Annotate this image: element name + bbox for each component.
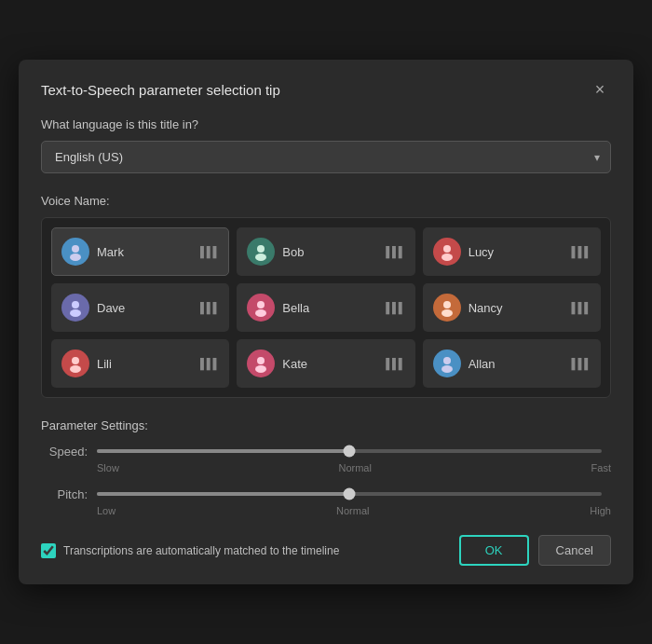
avatar-nancy [433, 294, 461, 322]
checkbox-area: Transcriptions are automatically matched… [41, 543, 339, 558]
avatar-lili [61, 349, 89, 377]
speed-mid-label: Normal [338, 462, 371, 473]
avatar-dave [61, 294, 89, 322]
speed-label: Speed: [41, 445, 88, 459]
voice-card-bob[interactable]: Bob ▌▌▌ [237, 227, 414, 276]
pitch-max-label: High [590, 505, 611, 516]
pitch-slider-fill [97, 492, 349, 496]
dialog-title: Text-to-Speech parameter selection tip [41, 82, 280, 98]
avatar-bob [247, 238, 275, 266]
language-select[interactable]: English (US) English (UK) Spanish French [41, 141, 611, 173]
param-section: Parameter Settings: Speed: Slow Normal F… [41, 418, 611, 516]
svg-point-0 [72, 245, 79, 253]
speed-slider-track[interactable] [97, 449, 602, 453]
voice-card-mark[interactable]: Mark ▌▌▌ [51, 227, 229, 276]
param-section-label: Parameter Settings: [41, 418, 611, 432]
voice-name-nancy: Nancy [469, 301, 564, 315]
voice-name-kate: Kate [282, 357, 378, 371]
close-button[interactable]: × [589, 78, 611, 101]
svg-point-1 [70, 253, 81, 261]
avatar-allan [433, 349, 461, 377]
svg-point-15 [255, 365, 266, 373]
pitch-slider-thumb[interactable] [344, 488, 356, 500]
svg-point-6 [72, 301, 79, 308]
button-row: OK Cancel [459, 535, 611, 566]
wave-icon-nancy: ▌▌▌ [572, 302, 591, 313]
cancel-button[interactable]: Cancel [538, 535, 611, 566]
wave-icon-dave: ▌▌▌ [200, 302, 219, 313]
voice-card-dave[interactable]: Dave ▌▌▌ [51, 283, 229, 332]
pitch-sublabels: Low Normal High [41, 505, 611, 516]
svg-point-13 [70, 365, 81, 373]
svg-point-14 [257, 357, 265, 364]
speed-row: Speed: [41, 442, 611, 460]
svg-point-11 [441, 309, 453, 317]
wave-icon-bella: ▌▌▌ [386, 302, 404, 313]
voice-card-nancy[interactable]: Nancy ▌▌▌ [423, 283, 601, 332]
voice-grid-wrapper: Mark ▌▌▌ Bob ▌▌▌ Lucy ▌▌▌ [41, 217, 611, 398]
transcription-checkbox[interactable] [41, 543, 56, 558]
voice-card-allan[interactable]: Allan ▌▌▌ [423, 339, 601, 388]
dialog-header: Text-to-Speech parameter selection tip × [41, 78, 611, 101]
dialog-footer: Transcriptions are automatically matched… [41, 535, 611, 566]
wave-icon-allan: ▌▌▌ [572, 358, 591, 369]
pitch-min-label: Low [97, 505, 115, 516]
ok-button[interactable]: OK [459, 535, 529, 566]
speed-min-label: Slow [97, 462, 119, 473]
voice-name-lili: Lili [97, 357, 193, 371]
svg-point-4 [443, 245, 451, 253]
voice-section-label: Voice Name: [41, 194, 611, 208]
svg-point-9 [255, 309, 266, 317]
svg-point-7 [70, 309, 81, 317]
voice-name-allan: Allan [469, 357, 564, 371]
wave-icon-lili: ▌▌▌ [200, 358, 219, 369]
svg-point-8 [257, 301, 265, 308]
voice-name-bella: Bella [282, 301, 378, 315]
svg-point-2 [257, 245, 265, 253]
language-select-wrapper: English (US) English (UK) Spanish French… [41, 141, 611, 173]
voice-name-bob: Bob [282, 245, 378, 259]
voice-name-lucy: Lucy [469, 245, 564, 259]
pitch-mid-label: Normal [336, 505, 369, 516]
svg-point-5 [441, 253, 453, 261]
avatar-bella [247, 294, 275, 322]
svg-point-17 [441, 365, 453, 373]
speed-slider-thumb[interactable] [344, 445, 356, 458]
pitch-row: Pitch: [41, 485, 611, 503]
wave-icon-kate: ▌▌▌ [386, 358, 404, 369]
voice-card-bella[interactable]: Bella ▌▌▌ [237, 283, 414, 332]
voice-name-dave: Dave [97, 301, 193, 315]
voice-card-lucy[interactable]: Lucy ▌▌▌ [423, 227, 601, 276]
tts-dialog: Text-to-Speech parameter selection tip ×… [19, 60, 633, 584]
language-question: What language is this title in? [41, 117, 611, 131]
avatar-lucy [433, 238, 461, 266]
pitch-slider-track[interactable] [97, 492, 602, 496]
voice-card-kate[interactable]: Kate ▌▌▌ [237, 339, 414, 388]
voice-grid: Mark ▌▌▌ Bob ▌▌▌ Lucy ▌▌▌ [41, 217, 611, 398]
pitch-label: Pitch: [41, 487, 88, 501]
svg-point-16 [443, 357, 451, 364]
svg-point-10 [443, 301, 451, 308]
voice-name-mark: Mark [97, 245, 193, 259]
speed-slider-fill [97, 449, 349, 453]
svg-point-3 [255, 253, 266, 261]
voice-card-lili[interactable]: Lili ▌▌▌ [51, 339, 229, 388]
wave-icon-mark: ▌▌▌ [200, 246, 219, 257]
transcription-checkbox-label: Transcriptions are automatically matched… [63, 544, 339, 557]
wave-icon-lucy: ▌▌▌ [572, 246, 591, 257]
speed-sublabels: Slow Normal Fast [41, 462, 611, 473]
avatar-mark [61, 238, 89, 266]
speed-max-label: Fast [591, 462, 611, 473]
wave-icon-bob: ▌▌▌ [386, 246, 404, 257]
avatar-kate [247, 349, 275, 377]
svg-point-12 [72, 357, 79, 364]
